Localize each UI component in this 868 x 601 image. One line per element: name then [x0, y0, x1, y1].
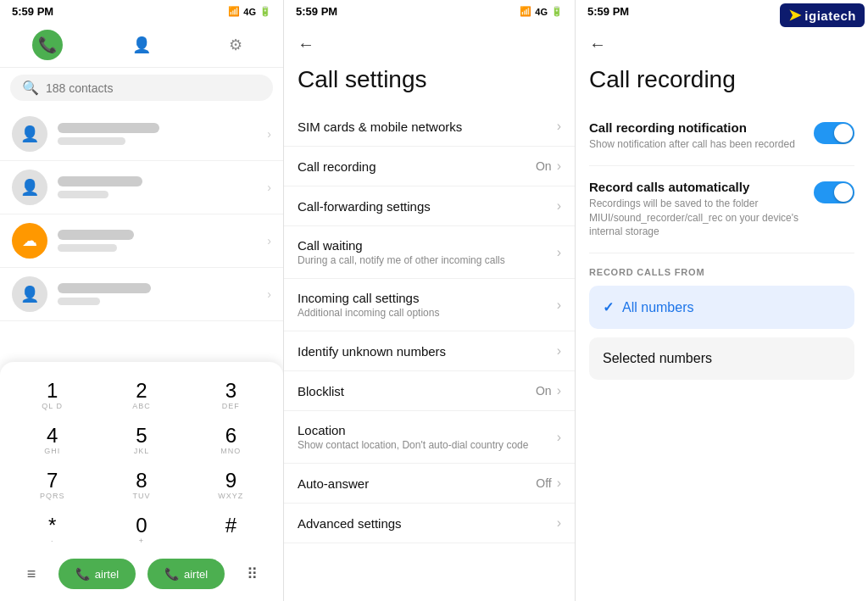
call-sim1-button[interactable]: 📞 airtel [58, 559, 136, 589]
contact-sub [58, 244, 117, 252]
status-bar-2: 5:59 PM 📶 4G 🔋 [284, 0, 575, 23]
contacts-tabs: 📞 👤 ⚙ [0, 23, 283, 68]
contact-name [58, 283, 151, 293]
menu-button[interactable]: ≡ [16, 559, 47, 589]
contact-name [58, 230, 134, 240]
dial-key-6[interactable]: 6MNO [187, 419, 275, 462]
contact-sub [58, 298, 100, 305]
settings-item-incoming[interactable]: Incoming call settings Additional incomi… [284, 279, 575, 331]
settings-item-sub: Additional incoming call options [298, 307, 557, 319]
avatar: ☁ [12, 223, 47, 259]
dial-key-hash[interactable]: # [187, 509, 275, 552]
dial-key-3[interactable]: 3DEF [187, 374, 275, 417]
settings-item-label: Call recording [298, 159, 536, 174]
settings-item-waiting[interactable]: Call waiting During a call, notify me of… [284, 226, 575, 279]
settings-item-label: Identify unknown numbers [298, 344, 557, 359]
recording-option-notification: Call recording notification Show notific… [589, 107, 854, 166]
signal-icons-2: 📶 4G 🔋 [520, 6, 563, 17]
dial-key-5[interactable]: 5JKL [97, 419, 185, 462]
list-item[interactable]: 👤 › [0, 161, 283, 214]
all-numbers-option[interactable]: ✓ All numbers [589, 286, 854, 329]
dial-key-2[interactable]: 2ABC [97, 374, 185, 417]
tab-contacts[interactable]: 👤 [126, 30, 157, 60]
settings-item-recording[interactable]: Call recording On › [284, 147, 575, 186]
search-bar[interactable]: 🔍 [10, 75, 273, 101]
avatar: 👤 [12, 276, 47, 312]
settings-item-right: Off › [536, 476, 561, 491]
settings-list: SIM cards & mobile networks › Call recor… [284, 107, 575, 601]
contact-info [58, 283, 257, 305]
chevron-icon: › [557, 343, 561, 359]
signal-icon-2: 📶 [520, 6, 531, 17]
chevron-right-icon: › [267, 127, 271, 141]
phone-icon-2: 📞 [164, 567, 179, 581]
battery-icon: 🔋 [259, 6, 271, 17]
settings-item-sub: During a call, notify me of other incomi… [298, 254, 557, 266]
recording-option-sub: Recordings will be saved to the folder M… [589, 197, 804, 239]
back-button[interactable]: ← [298, 35, 314, 54]
tab-calls[interactable]: 📞 [32, 30, 63, 60]
dial-key-7[interactable]: 7PQRS [8, 464, 96, 507]
list-item[interactable]: ☁ › [0, 214, 283, 268]
recording-option-label: Record calls automatically [589, 180, 804, 194]
settings-item-text: Auto-answer [298, 476, 536, 491]
settings-item-blocklist[interactable]: Blocklist On › [284, 371, 575, 411]
dial-key-1[interactable]: 1QL D [8, 374, 96, 417]
notification-toggle[interactable] [814, 122, 854, 144]
time-2: 5:59 PM [296, 5, 337, 18]
settings-item-label: Auto-answer [298, 476, 536, 491]
chevron-right-icon: › [267, 287, 271, 301]
search-input[interactable] [46, 81, 261, 95]
chevron-icon: › [557, 298, 561, 313]
settings-item-text: Incoming call settings Additional incomi… [298, 291, 557, 319]
chevron-right-icon: › [267, 181, 271, 194]
avatar: 👤 [12, 170, 47, 205]
phone-icon: 📞 [75, 567, 90, 581]
settings-item-identify[interactable]: Identify unknown numbers › [284, 331, 575, 371]
blocklist-status: On [536, 384, 552, 398]
settings-item-right: › [557, 298, 561, 313]
logo-d-accent: ➤ [788, 6, 801, 25]
signal-icons-1: 📶 4G 🔋 [228, 6, 271, 17]
contact-name [58, 123, 159, 133]
list-item[interactable]: 👤 › [0, 268, 283, 321]
dial-key-9[interactable]: 9WXYZ [187, 464, 275, 507]
chevron-icon: › [557, 245, 561, 260]
settings-item-advanced[interactable]: Advanced settings › [284, 504, 575, 543]
chevron-icon: › [557, 383, 561, 398]
battery-icon-2: 🔋 [551, 6, 563, 17]
settings-item-forwarding[interactable]: Call-forwarding settings › [284, 186, 575, 226]
dial-key-4[interactable]: 4GHI [8, 419, 96, 462]
settings-item-sim[interactable]: SIM cards & mobile networks › [284, 107, 575, 147]
time-3: 5:59 PM [587, 5, 629, 18]
auto-record-toggle[interactable] [814, 181, 854, 203]
chevron-right-icon: › [267, 234, 271, 248]
settings-item-right: › [557, 515, 561, 531]
dialpad-hide-button[interactable]: ⠿ [236, 559, 267, 589]
dial-key-8[interactable]: 8TUV [97, 464, 185, 507]
settings-item-right: › [557, 343, 561, 359]
list-item[interactable]: 👤 › [0, 108, 283, 161]
avatar: 👤 [12, 116, 47, 152]
settings-item-right: On › [536, 159, 561, 174]
settings-item-label: Location [298, 423, 557, 437]
status-bar-1: 5:59 PM 📶 4G 🔋 [0, 0, 283, 23]
dialpad-grid: 1QL D 2ABC 3DEF 4GHI 5JKL 6MNO 7PQRS 8TU… [0, 374, 283, 552]
dial-key-star[interactable]: *· [8, 509, 96, 552]
settings-item-autoanswer[interactable]: Auto-answer Off › [284, 464, 575, 504]
contact-name [58, 176, 142, 186]
back-button-recording[interactable]: ← [589, 35, 606, 54]
chevron-icon: › [557, 198, 561, 214]
settings-item-right: › [557, 119, 561, 134]
contact-sub [58, 191, 108, 198]
settings-item-label: Advanced settings [298, 516, 557, 531]
tab-settings[interactable]: ⚙ [220, 30, 251, 60]
recording-option-label: Call recording notification [589, 120, 804, 135]
recording-options-list: Call recording notification Show notific… [576, 107, 868, 601]
settings-item-location[interactable]: Location Show contact location, Don't au… [284, 411, 575, 464]
call-sim2-button[interactable]: 📞 airtel [147, 559, 225, 589]
dial-key-0[interactable]: 0+ [97, 509, 185, 552]
selected-numbers-option[interactable]: Selected numbers [589, 337, 854, 380]
settings-item-right: On › [536, 383, 561, 398]
settings-title-container: Call settings [284, 63, 575, 107]
